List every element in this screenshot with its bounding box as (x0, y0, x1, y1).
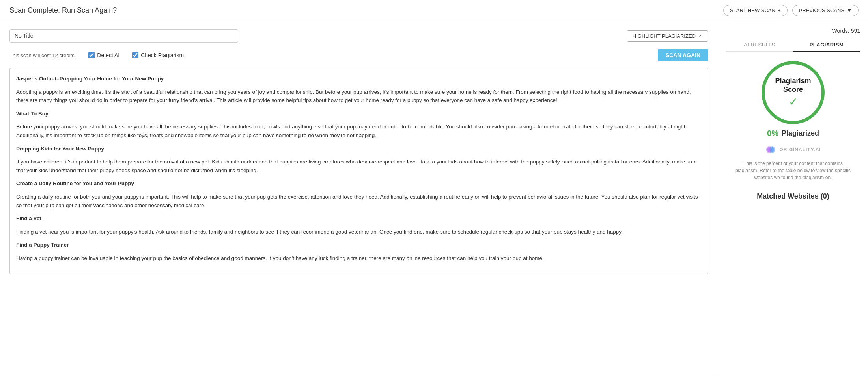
paragraph-10: Finding a vet near you is important for … (16, 228, 702, 236)
paragraph-7: Create a Daily Routine for You and Your … (16, 179, 702, 188)
words-count: Words: 591 (726, 28, 860, 34)
paragraph-5: Prepping Kids for Your New Puppy (16, 145, 702, 153)
title-row: HIGHLIGHT PLAGIARIZED ✓ (9, 29, 708, 43)
score-section: Plagiarism Score ✓ 0% Plagiarized (726, 61, 860, 201)
left-panel: HIGHLIGHT PLAGIARIZED ✓ This scan will c… (0, 21, 718, 376)
plus-icon: + (778, 7, 781, 13)
paragraph-1: Jasper's Output–Prepping Your Home for Y… (16, 74, 702, 83)
paragraph-4: Before your puppy arrives, you should ma… (16, 123, 702, 139)
paragraph-9: Find a Vet (16, 214, 702, 223)
title-input[interactable] (9, 29, 238, 43)
paragraph-8: Creating a daily routine for both you an… (16, 193, 702, 210)
checkmark-circle-icon: ✓ (789, 95, 798, 108)
words-label: Words: (832, 28, 849, 34)
check-plagiarism-checkbox[interactable] (132, 52, 138, 58)
score-description: This is the percent of your content that… (734, 160, 852, 181)
score-row: 0% Plagiarized (767, 129, 819, 138)
start-new-scan-label: START NEW SCAN (730, 7, 775, 13)
matched-websites: Matched Websites (0) (757, 192, 829, 201)
chevron-down-icon: ▼ (847, 7, 852, 13)
tabs: AI RESULTS PLAGIARISM (726, 39, 860, 52)
highlight-plagiarized-button[interactable]: HIGHLIGHT PLAGIARIZED ✓ (627, 30, 708, 42)
originality-brand: ORIGINALITY.AI (765, 144, 821, 155)
start-new-scan-button[interactable]: START NEW SCAN + (723, 5, 787, 16)
paragraph-11: Find a Puppy Trainer (16, 241, 702, 249)
detect-ai-label: Detect AI (97, 52, 119, 58)
detect-ai-checkbox[interactable] (88, 52, 95, 58)
originality-brand-text: ORIGINALITY.AI (779, 147, 821, 152)
previous-scans-label: PREVIOUS SCANS (799, 7, 845, 13)
check-plagiarism-checkbox-label[interactable]: Check Plagiarism (132, 52, 184, 58)
paragraph-2: Adopting a puppy is an exciting time. It… (16, 88, 702, 105)
highlight-label: HIGHLIGHT PLAGIARIZED (633, 33, 696, 39)
scan-again-label: SCAN AGAIN (666, 52, 700, 58)
header: Scan Complete. Run Scan Again? START NEW… (0, 0, 868, 21)
score-circle-label-1: Plagiarism (775, 77, 811, 85)
checkmark-icon: ✓ (698, 33, 702, 39)
score-circle-label-2: Score (783, 85, 803, 94)
score-plagiarized: Plagiarized (782, 129, 819, 137)
svg-point-2 (767, 147, 771, 152)
right-panel: Words: 591 AI RESULTS PLAGIARISM Plagiar… (718, 21, 868, 376)
header-title: Scan Complete. Run Scan Again? (9, 6, 117, 15)
detect-ai-checkbox-label[interactable]: Detect AI (88, 52, 119, 58)
content-editor[interactable]: Jasper's Output–Prepping Your Home for Y… (9, 68, 708, 274)
credits-text: This scan will cost 12 credits. (9, 52, 76, 58)
previous-scans-button[interactable]: PREVIOUS SCANS ▼ (792, 5, 859, 16)
check-plagiarism-label: Check Plagiarism (141, 52, 184, 58)
scan-options-row: This scan will cost 12 credits. Detect A… (9, 49, 708, 61)
score-percent: 0% (767, 129, 778, 138)
svg-point-3 (771, 147, 774, 152)
main-layout: HIGHLIGHT PLAGIARIZED ✓ This scan will c… (0, 21, 868, 376)
tab-ai-results[interactable]: AI RESULTS (726, 39, 793, 51)
paragraph-3: What To Buy (16, 110, 702, 118)
paragraph-12: Having a puppy trainer can be invaluable… (16, 254, 702, 263)
paragraph-6: If you have children, it's important to … (16, 158, 702, 175)
score-circle: Plagiarism Score ✓ (762, 61, 825, 124)
tab-plagiarism[interactable]: PLAGIARISM (793, 39, 860, 52)
brain-icon (765, 144, 776, 155)
words-count-value: 591 (851, 28, 860, 34)
header-buttons: START NEW SCAN + PREVIOUS SCANS ▼ (723, 5, 859, 16)
scan-again-button[interactable]: SCAN AGAIN (658, 49, 708, 61)
